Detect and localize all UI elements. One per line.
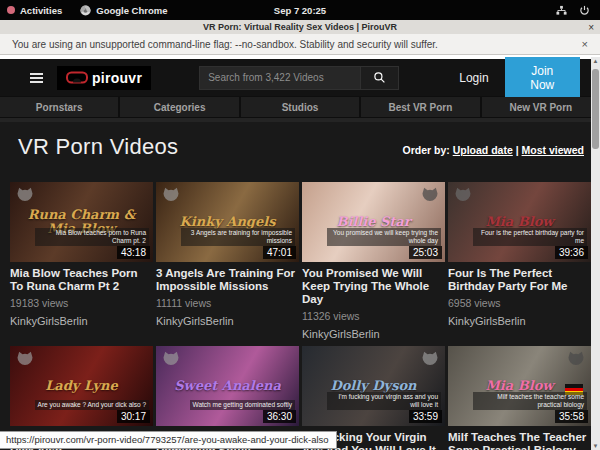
- browser-scrollbar[interactable]: ▲ ▼: [591, 57, 600, 450]
- order-by-label: Order by:: [402, 144, 449, 156]
- vr-goggles-icon: [66, 71, 88, 84]
- video-studio-link[interactable]: KinkyGirlsBerlin: [302, 328, 445, 340]
- video-thumbnail[interactable]: Mia Blow Four is the perfect birthday pa…: [448, 182, 591, 262]
- video-duration-badge: 30:17: [117, 410, 150, 423]
- thumbnail-caption: I'm fucking your virgin ass and you will…: [327, 392, 441, 410]
- network-icon[interactable]: [556, 5, 567, 16]
- site-logo[interactable]: pirouvr: [57, 66, 151, 90]
- video-thumbnail[interactable]: Sweet Analena Watch me getting dominated…: [156, 346, 299, 426]
- search-button[interactable]: [361, 66, 399, 90]
- video-studio-link[interactable]: KinkyGirlsBerlin: [448, 315, 591, 327]
- video-duration-badge: 47:01: [263, 246, 296, 259]
- scrollbar-thumb[interactable]: [592, 69, 599, 149]
- nav-item-new-vr-porn[interactable]: New VR Porn: [482, 97, 600, 117]
- video-title[interactable]: Mia Blow Teaches Porn To Runa Charm Pt 2: [10, 267, 153, 293]
- video-views: 11326 views: [302, 310, 445, 322]
- logo-text: pirouvr: [92, 70, 142, 86]
- thumbnail-caption: Are you awake ? And your dick also ?: [35, 400, 149, 410]
- order-most-viewed-link[interactable]: Most viewed: [522, 144, 584, 156]
- thumbnail-caption: Milf teaches the teacher some practical …: [473, 392, 587, 410]
- video-thumbnail[interactable]: Dolly Dyson I'm fucking your virgin ass …: [302, 346, 445, 426]
- nav-item-pornstars[interactable]: Pornstars: [0, 97, 118, 117]
- video-card[interactable]: Runa Charm & Mia Blow Mia Blow teaches p…: [10, 182, 153, 340]
- nav-item-studios[interactable]: Studios: [241, 97, 359, 117]
- search-input[interactable]: [199, 66, 361, 90]
- chrome-warning-bar: You are using an unsupported command-lin…: [0, 34, 600, 55]
- thumbnail-caption: You promised we will keep trying the who…: [327, 228, 441, 246]
- video-duration-badge: 43:18: [117, 246, 150, 259]
- order-upload-date-link[interactable]: Upload date: [453, 144, 513, 156]
- thumbnail-caption: 3 Angels are training for impossible mis…: [181, 228, 295, 246]
- page-head: VR Porn Videos Order by: Upload date | M…: [0, 122, 600, 160]
- video-grid: Runa Charm & Mia Blow Mia Blow teaches p…: [10, 182, 591, 450]
- video-card[interactable]: Kinky Angels 3 Angels are training for i…: [156, 182, 299, 340]
- video-card[interactable]: Billie Star You promised we will keep tr…: [302, 182, 445, 340]
- video-title[interactable]: You Promised We Will Keep Trying The Who…: [302, 267, 445, 306]
- order-separator: |: [516, 144, 519, 156]
- tab-close-icon[interactable]: ×: [588, 22, 594, 33]
- desktop-screen: Activities Google Chrome Sep 7 20:25 VR …: [0, 0, 600, 450]
- warning-close-icon[interactable]: ×: [582, 38, 588, 50]
- video-studio-link[interactable]: KinkyGirlsBerlin: [156, 315, 299, 327]
- warning-message: You are using an unsupported command-lin…: [12, 39, 438, 50]
- video-studio-link[interactable]: KinkyGirlsBerlin: [10, 315, 153, 327]
- nav-item-categories[interactable]: Categories: [120, 97, 238, 117]
- system-top-bar: Activities Google Chrome Sep 7 20:25: [0, 0, 600, 20]
- video-thumbnail[interactable]: Mia Blow Milf teaches the teacher some p…: [448, 346, 591, 426]
- video-duration-badge: 25:03: [409, 246, 442, 259]
- thumbnail-caption: Four is the perfect birthday party for m…: [473, 228, 587, 246]
- menu-hamburger-icon[interactable]: [30, 73, 43, 83]
- tab-title: VR Porn: Virtual Reality Sex Videos | Pi…: [203, 22, 397, 32]
- video-title[interactable]: 3 Angels Are Training For Impossible Mis…: [156, 267, 299, 293]
- main-nav: Pornstars Categories Studios Best VR Por…: [0, 96, 600, 118]
- browser-title-bar: VR Porn: Virtual Reality Sex Videos | Pi…: [0, 20, 600, 34]
- video-card[interactable]: Mia Blow Four is the perfect birthday pa…: [448, 182, 591, 340]
- thumbnail-caption: Mia Blow teaches porn to Runa Charm pt. …: [35, 228, 149, 246]
- nav-item-best-vr-porn[interactable]: Best VR Porn: [361, 97, 479, 117]
- video-views: 19183 views: [10, 297, 153, 309]
- video-duration-badge: 39:36: [555, 246, 588, 259]
- login-link[interactable]: Login: [459, 71, 488, 85]
- video-card[interactable]: Mia Blow Milf teaches the teacher some p…: [448, 346, 591, 450]
- system-clock[interactable]: Sep 7 20:25: [0, 5, 600, 16]
- video-views: 6958 views: [448, 297, 591, 309]
- power-icon[interactable]: [579, 5, 590, 16]
- scrollbar-up-arrow-icon[interactable]: ▲: [591, 58, 600, 64]
- video-thumbnail[interactable]: Kinky Angels 3 Angels are training for i…: [156, 182, 299, 262]
- link-status-url: https://pirouvr.com/vr-porn-video/779325…: [0, 431, 337, 449]
- video-thumbnail[interactable]: Lady Lyne Are you awake ? And your dick …: [10, 346, 153, 426]
- video-duration-badge: 33:59: [409, 410, 442, 423]
- video-views: 11111 views: [156, 297, 299, 309]
- video-title[interactable]: Four Is The Perfect Birthday Party For M…: [448, 267, 591, 293]
- video-thumbnail[interactable]: Runa Charm & Mia Blow Mia Blow teaches p…: [10, 182, 153, 262]
- scrollbar-down-arrow-icon[interactable]: ▼: [591, 443, 600, 449]
- video-title[interactable]: Milf Teaches The Teacher Some Practical …: [448, 431, 591, 450]
- video-thumbnail[interactable]: Billie Star You promised we will keep tr…: [302, 182, 445, 262]
- video-duration-badge: 36:30: [263, 410, 296, 423]
- search-icon: [373, 71, 386, 84]
- page-title: VR Porn Videos: [18, 134, 178, 160]
- order-by-controls: Order by: Upload date | Most viewed: [402, 144, 584, 160]
- join-now-button[interactable]: Join Now: [505, 57, 580, 99]
- thumbnail-caption: Watch me getting dominated softly: [190, 400, 295, 410]
- site-header: pirouvr Login Join Now: [0, 59, 600, 96]
- video-duration-badge: 35:58: [555, 410, 588, 423]
